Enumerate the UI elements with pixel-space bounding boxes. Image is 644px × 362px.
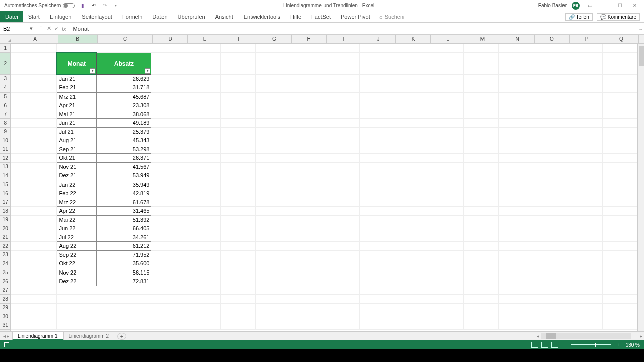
sheet-tab[interactable]: Liniendiagramm 1 bbox=[12, 332, 63, 340]
cell[interactable] bbox=[499, 251, 533, 260]
table-cell-value[interactable]: 45.687 bbox=[96, 93, 151, 102]
cell[interactable] bbox=[151, 304, 186, 313]
cell[interactable] bbox=[290, 233, 325, 242]
cell[interactable] bbox=[186, 75, 221, 84]
cell[interactable] bbox=[568, 312, 603, 321]
cell[interactable] bbox=[464, 75, 499, 84]
cell[interactable] bbox=[603, 207, 637, 216]
row-header-3[interactable]: 3 bbox=[0, 75, 10, 84]
cell[interactable] bbox=[290, 242, 325, 251]
cell[interactable] bbox=[499, 321, 533, 330]
cell[interactable] bbox=[464, 189, 499, 198]
cell[interactable] bbox=[360, 53, 394, 75]
zoom-out-icon[interactable]: − bbox=[561, 342, 565, 348]
cell[interactable] bbox=[533, 189, 568, 198]
cell[interactable] bbox=[464, 233, 499, 242]
cell[interactable] bbox=[568, 44, 603, 53]
cell[interactable] bbox=[186, 53, 221, 75]
cell[interactable] bbox=[533, 321, 568, 330]
cell[interactable] bbox=[96, 304, 151, 313]
cell[interactable] bbox=[221, 101, 256, 110]
cell[interactable] bbox=[499, 198, 533, 207]
cell[interactable] bbox=[221, 180, 256, 190]
cell[interactable] bbox=[325, 101, 360, 110]
cell[interactable] bbox=[290, 224, 325, 233]
cell[interactable] bbox=[290, 154, 325, 163]
cell[interactable] bbox=[603, 180, 637, 190]
user-avatar[interactable]: FB bbox=[572, 2, 580, 10]
view-pagebreak-icon[interactable] bbox=[551, 342, 558, 348]
cell[interactable] bbox=[464, 295, 499, 304]
cell[interactable] bbox=[186, 198, 221, 207]
row-header-17[interactable]: 17 bbox=[0, 198, 10, 207]
row-header-4[interactable]: 4 bbox=[0, 83, 10, 93]
cell[interactable] bbox=[151, 163, 186, 172]
table-cell-value[interactable]: 34.261 bbox=[96, 233, 151, 242]
cell[interactable] bbox=[360, 44, 394, 53]
cell[interactable] bbox=[221, 198, 256, 207]
cell[interactable] bbox=[11, 44, 57, 53]
cell[interactable] bbox=[151, 259, 186, 268]
cell[interactable] bbox=[568, 75, 603, 84]
qat-customize-icon[interactable]: ▾ bbox=[112, 2, 119, 9]
cell[interactable] bbox=[429, 224, 464, 233]
table-cell-value[interactable]: 31.465 bbox=[96, 207, 151, 216]
cell[interactable] bbox=[464, 198, 499, 207]
row-header-22[interactable]: 22 bbox=[0, 242, 10, 251]
cell[interactable] bbox=[360, 216, 394, 225]
cell[interactable] bbox=[325, 304, 360, 313]
cell[interactable] bbox=[221, 295, 256, 304]
column-header-M[interactable]: M bbox=[465, 35, 500, 43]
toggle-switch-icon[interactable] bbox=[63, 3, 75, 8]
row-header-7[interactable]: 7 bbox=[0, 110, 10, 119]
cell[interactable] bbox=[603, 259, 637, 268]
cell[interactable] bbox=[325, 312, 360, 321]
cell[interactable] bbox=[151, 119, 186, 128]
cell[interactable] bbox=[568, 304, 603, 313]
cell[interactable] bbox=[256, 128, 290, 137]
cell[interactable] bbox=[221, 321, 256, 330]
cell[interactable] bbox=[499, 312, 533, 321]
cell[interactable] bbox=[533, 233, 568, 242]
cell[interactable] bbox=[429, 163, 464, 172]
cell[interactable] bbox=[11, 128, 57, 137]
cell[interactable] bbox=[11, 233, 57, 242]
cell[interactable] bbox=[325, 75, 360, 84]
comments-button[interactable]: 💬 Kommentare bbox=[597, 13, 640, 21]
cell[interactable] bbox=[603, 53, 637, 75]
ribbon-display-icon[interactable]: ▭ bbox=[585, 2, 595, 9]
cell[interactable] bbox=[325, 233, 360, 242]
cell[interactable] bbox=[325, 136, 360, 145]
cell[interactable] bbox=[394, 224, 429, 233]
cell[interactable] bbox=[499, 53, 533, 75]
cell[interactable] bbox=[325, 207, 360, 216]
cell[interactable] bbox=[568, 119, 603, 128]
table-cell-month[interactable]: Aug 21 bbox=[57, 136, 96, 145]
cell[interactable] bbox=[256, 268, 290, 278]
cell[interactable] bbox=[151, 75, 186, 84]
cell[interactable] bbox=[290, 295, 325, 304]
cell[interactable] bbox=[568, 224, 603, 233]
row-header-21[interactable]: 21 bbox=[0, 233, 10, 242]
cell[interactable] bbox=[568, 198, 603, 207]
cell[interactable] bbox=[151, 207, 186, 216]
column-header-I[interactable]: I bbox=[327, 35, 361, 43]
ribbon-tab-entwicklertools[interactable]: Entwicklertools bbox=[238, 11, 285, 22]
cell[interactable] bbox=[429, 233, 464, 242]
cell[interactable] bbox=[57, 295, 96, 304]
cell[interactable] bbox=[464, 128, 499, 137]
cell[interactable] bbox=[499, 277, 533, 286]
cell[interactable] bbox=[429, 119, 464, 128]
cell[interactable] bbox=[360, 128, 394, 137]
cell[interactable] bbox=[360, 180, 394, 190]
cell[interactable] bbox=[290, 251, 325, 260]
table-cell-month[interactable]: Mai 21 bbox=[57, 110, 96, 119]
table-cell-month[interactable]: Mai 22 bbox=[57, 216, 96, 225]
cell[interactable] bbox=[394, 312, 429, 321]
macro-record-icon[interactable] bbox=[4, 342, 9, 347]
cell[interactable] bbox=[603, 216, 637, 225]
cell[interactable] bbox=[290, 53, 325, 75]
cell[interactable] bbox=[221, 128, 256, 137]
cell[interactable] bbox=[394, 251, 429, 260]
column-header-P[interactable]: P bbox=[570, 35, 604, 43]
